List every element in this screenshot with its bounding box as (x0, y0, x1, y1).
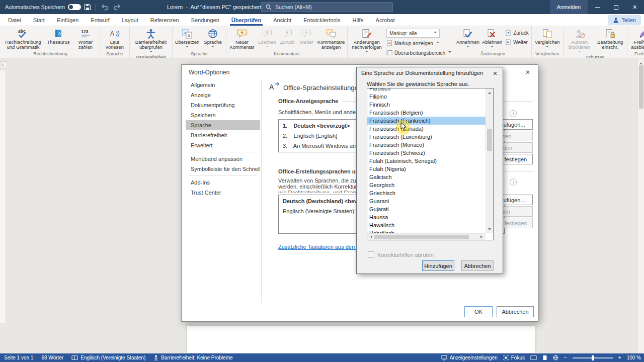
show-comments-button[interactable]: Kommentare anzeigen (316, 27, 346, 50)
language-option[interactable]: Griechisch (367, 189, 486, 197)
scroll-up-icon[interactable] (639, 61, 642, 64)
language-option[interactable]: Filipino (367, 93, 486, 101)
redo-icon[interactable] (111, 0, 124, 14)
tab-hilfe[interactable]: Hilfe (347, 14, 370, 26)
language-option[interactable]: Französisch (Kanada) (367, 125, 486, 133)
zoom-slider-thumb[interactable] (592, 355, 594, 360)
web-layout-view-icon[interactable] (553, 355, 558, 360)
reject-button[interactable]: Ablehnen (480, 27, 504, 50)
info-icon[interactable]: i (510, 110, 517, 117)
markup-dropdown[interactable]: Markup: alle (386, 29, 440, 38)
add-button[interactable]: Hinzufügen (422, 260, 454, 271)
language-option[interactable]: Fulah (Nigeria) (367, 165, 486, 173)
nav-item-symbolleiste[interactable]: Symbolleiste für den Schnellzugriff (186, 164, 260, 174)
nav-item-sprache[interactable]: Sprache (186, 120, 260, 130)
tab-ansicht[interactable]: Ansicht (267, 14, 297, 26)
language-option[interactable]: Hawaiisch (367, 221, 486, 229)
cancel-button[interactable]: Abbrechen (461, 260, 494, 271)
nav-item-erweitert[interactable]: Erweitert (186, 140, 260, 150)
language-option-selected[interactable]: Französisch (Frankreich) (367, 117, 486, 125)
language-listbox[interactable]: Färöisch Filipino Finnisch Französisch (… (367, 88, 494, 240)
nav-item-trustcenter[interactable]: Trust Center (186, 188, 260, 198)
thesaurus-button[interactable]: A Thesaurus (44, 27, 72, 50)
undo-icon[interactable] (98, 0, 111, 14)
zoom-level[interactable]: 100 % (627, 355, 641, 360)
tab-sendungen[interactable]: Sendungen (185, 14, 225, 26)
nav-item-allgemein[interactable]: Allgemein (186, 80, 260, 90)
tab-entwicklertools[interactable]: Entwicklertools (297, 14, 346, 26)
checkbox-icon[interactable] (368, 251, 374, 258)
close-icon[interactable]: ✕ (523, 68, 533, 77)
autosave-toggle[interactable]: Automatisches Speichern (5, 4, 81, 10)
scroll-up-icon[interactable] (488, 90, 491, 94)
new-comment-button[interactable]: Neuer Kommentar (227, 27, 257, 50)
scrollbar-thumb[interactable] (374, 235, 469, 239)
tab-entwurf[interactable]: Entwurf (85, 14, 115, 26)
delete-comment-button[interactable]: Löschen (257, 27, 278, 50)
language-option[interactable]: Französisch (Schweiz) (367, 149, 486, 157)
language-option[interactable]: Finnisch (367, 101, 486, 109)
language-option[interactable]: Gujarati (367, 205, 486, 213)
spelling-grammar-button[interactable]: abc Rechtschreibung und Grammatik (2, 27, 44, 50)
vertical-scrollbar[interactable] (486, 88, 493, 233)
scrollbar-thumb[interactable] (639, 65, 643, 109)
language-button[interactable]: Sprache (201, 27, 225, 50)
share-button[interactable]: Teilen (608, 15, 641, 25)
display-settings-button[interactable]: Anzeigeeinstellungen (441, 353, 498, 362)
restore-icon[interactable] (607, 0, 625, 14)
language-option[interactable]: Fulah (Lateinisch, Senegal) (367, 157, 486, 165)
scrollbar-thumb[interactable] (487, 129, 492, 151)
language-option[interactable]: Galicisch (367, 173, 486, 181)
zoom-out-button[interactable]: − (564, 355, 567, 360)
document-scrollbar[interactable] (637, 59, 644, 353)
page-indicator[interactable]: Seite 1 von 1 (0, 353, 37, 362)
hide-ink-button[interactable]: Freihand ausblenden (628, 27, 644, 50)
scroll-left-icon[interactable] (369, 235, 372, 238)
sign-in-button[interactable]: Anmelden (550, 0, 588, 14)
tab-referenzen[interactable]: Referenzen (144, 14, 185, 26)
language-option[interactable]: Hebräisch (367, 229, 486, 233)
zoom-slider[interactable] (573, 357, 613, 358)
scroll-right-icon[interactable] (480, 235, 484, 238)
restrict-editing-button[interactable]: Bearbeitung einschr. (595, 27, 626, 54)
print-layout-view-icon[interactable] (542, 355, 547, 360)
language-option[interactable]: Französisch (Belgien) (367, 109, 486, 117)
nav-item-barrierefreiheit[interactable]: Barrierefreiheit (186, 130, 260, 140)
tab-start[interactable]: Start (27, 14, 51, 26)
nav-item-dokumentpruefung[interactable]: Dokumentprüfung (186, 100, 260, 110)
word-count-button[interactable]: 123 Wörter zählen (72, 27, 99, 50)
window-close-icon[interactable]: ✕ (625, 0, 644, 14)
accept-button[interactable]: Annehmen (455, 27, 480, 50)
ok-button[interactable]: OK (464, 306, 493, 317)
tab-stop-selector[interactable]: L (0, 61, 7, 68)
tab-layout[interactable]: Layout (116, 14, 144, 26)
read-mode-view-icon[interactable] (530, 355, 537, 360)
tab-einfuegen[interactable]: Einfügen (51, 14, 85, 26)
language-option[interactable]: Färöisch (367, 88, 486, 93)
reviewing-pane-button[interactable]: Überarbeitungsbereich (386, 49, 451, 57)
horizontal-scrollbar[interactable] (367, 233, 486, 240)
language-option[interactable]: Französisch (Monaco) (367, 141, 486, 149)
nav-item-addins[interactable]: Add-Ins (186, 177, 260, 188)
check-accessibility-button[interactable]: Barrierefreiheit überprüfen (131, 27, 171, 54)
tab-datei[interactable]: Datei (2, 14, 27, 26)
show-markup-button[interactable]: Markup anzeigen (386, 39, 451, 47)
previous-comment-button[interactable]: Zurück (278, 27, 297, 50)
zoom-in-button[interactable]: + (618, 355, 621, 360)
next-comment-button[interactable]: Weiter (297, 27, 316, 50)
close-icon[interactable]: ✕ (491, 69, 500, 77)
nav-item-menueband[interactable]: Menüband anpassen (186, 154, 260, 164)
block-authors-button[interactable]: Autoren blockieren (565, 27, 595, 54)
translate-button[interactable]: aä Übersetzen (174, 27, 201, 50)
minimize-icon[interactable] (588, 0, 607, 14)
track-changes-button[interactable]: Änderungen nachverfolgen (349, 27, 385, 57)
toggle-switch-icon[interactable] (68, 4, 81, 10)
word-count-status[interactable]: 68 Wörter (37, 353, 67, 362)
tab-ueberpruefen[interactable]: Überprüfen (225, 14, 267, 26)
cancel-button[interactable]: Abbrechen (497, 306, 534, 317)
compare-button[interactable]: Vergleichen (533, 27, 562, 50)
next-change-button[interactable]: Weiter (505, 38, 529, 46)
info-icon[interactable]: i (510, 178, 517, 186)
proofing-status[interactable]: Englisch (Vereinigte Staaten) (67, 353, 149, 362)
language-option[interactable]: Guarani (367, 197, 486, 205)
